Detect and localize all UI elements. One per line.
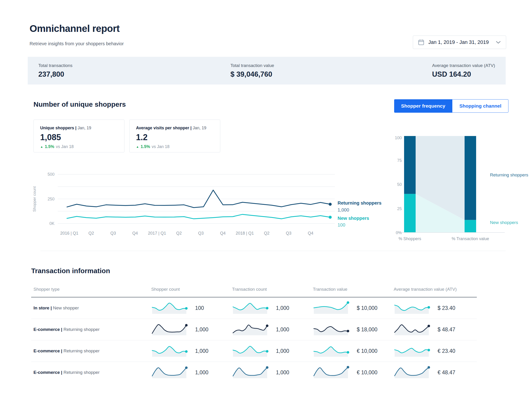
metric-cell: 1,000	[149, 322, 230, 337]
table-header-row: Shopper type Shopper count Transaction c…	[31, 287, 477, 298]
tab-shopping-channel[interactable]: Shopping channel	[452, 99, 508, 113]
metric-cell: 1,000	[149, 344, 230, 358]
col-header-transaction-value: Transaction value	[310, 287, 391, 292]
sparkline	[151, 344, 190, 358]
metric-value: 1,000	[276, 369, 289, 376]
sparkline	[313, 365, 352, 380]
calendar-icon	[418, 39, 424, 45]
sparkline	[394, 365, 433, 380]
svg-text:Q4: Q4	[220, 231, 226, 235]
svg-text:0K: 0K	[49, 221, 55, 226]
svg-text:2016 | Q1: 2016 | Q1	[60, 231, 78, 235]
metric-value: $ 23.40	[437, 305, 455, 311]
svg-text:25: 25	[397, 206, 402, 211]
section-title-transaction-information: Transaction information	[31, 267, 110, 275]
metric-value: 1,000	[276, 305, 289, 311]
col-header-shopper-type: Shopper type	[31, 287, 149, 292]
metric-cell: 100	[149, 301, 230, 315]
svg-text:Q2: Q2	[89, 231, 94, 235]
card-delta: ▲ 1.5% vs Jan 18	[136, 144, 214, 149]
shopper-subtype: Returning shopper	[62, 327, 100, 332]
svg-text:100: 100	[395, 136, 402, 140]
delta-percent: 1.5%	[141, 144, 150, 149]
shopper-type: E-commerce |	[33, 348, 62, 353]
stat-value: $ 39,046,760	[230, 70, 274, 78]
date-range-picker[interactable]: Jan 1, 2019 - Jan 31, 2019	[413, 36, 506, 49]
shopper-type-cell: E-commerce | Returning shopper	[31, 348, 149, 354]
legend-new-value: 100	[338, 222, 345, 228]
col-header-transaction-count: Transaction count	[230, 287, 310, 292]
sparkline	[313, 301, 352, 315]
sparkline	[232, 365, 271, 380]
tab-shopper-frequency[interactable]: Shopper frequency	[394, 99, 452, 113]
shopper-type: In store |	[33, 305, 52, 310]
sparkline	[394, 344, 433, 358]
card-delta: ▲ 1.5% vs Jan 18	[40, 144, 118, 149]
svg-text:Q2: Q2	[264, 231, 269, 235]
sparkline	[151, 322, 190, 337]
metric-cell: $ 10,000	[310, 301, 391, 315]
sparkline	[232, 344, 271, 358]
col-header-atv: Average transaction value (ATV)	[391, 287, 477, 292]
sparkline	[394, 301, 433, 315]
sparkline	[313, 322, 352, 337]
card-title-period: Jan, 19	[191, 126, 206, 130]
sparkline	[151, 301, 190, 315]
sparkline	[232, 301, 271, 315]
kpi-stats-bar: Total transactions 237,800 Total transac…	[28, 57, 506, 84]
page-subtitle: Retrieve insights from your shoppers beh…	[30, 41, 124, 46]
metric-cell: 1,000	[230, 322, 310, 337]
stat-value: USD 164.20	[432, 70, 495, 78]
table-body: In store | New shopper 1001,000$ 10,000$…	[31, 298, 477, 383]
card-title-period: Jan, 19	[76, 126, 91, 130]
metric-cell: € 10,000	[310, 365, 391, 380]
svg-text:2018 | Q1: 2018 | Q1	[236, 231, 254, 235]
metric-cell: 1,000	[230, 344, 310, 358]
legend-new-shoppers: New shoppers	[338, 216, 369, 221]
delta-up-icon: ▲	[40, 145, 43, 148]
stat-total-transactions: Total transactions 237,800	[38, 63, 72, 78]
svg-text:500: 500	[48, 172, 55, 177]
sparkline	[232, 322, 271, 337]
metric-value: $ 18,000	[357, 327, 378, 333]
metric-value: 100	[195, 305, 204, 311]
svg-text:% Shoppers: % Shoppers	[399, 236, 421, 241]
svg-text:75: 75	[397, 158, 402, 163]
svg-text:0%: 0%	[396, 230, 402, 235]
svg-text:% Transaction value: % Transaction value	[452, 236, 489, 241]
metric-value: $ 10,000	[357, 305, 378, 311]
card-value: 1.2	[136, 133, 214, 142]
sparkline	[151, 365, 190, 380]
table-row: E-commerce | Returning shopper 1,0001,00…	[31, 361, 477, 383]
shopper-type-cell: E-commerce | Returning shopper	[31, 370, 149, 375]
svg-text:Q4: Q4	[132, 231, 138, 235]
section-divider	[40, 251, 506, 251]
metric-value: $ 48.47	[437, 327, 455, 333]
metric-cell: $ 23.40	[391, 301, 477, 315]
svg-text:Q3: Q3	[198, 231, 204, 235]
omnichannel-report-page: Omnichannel report Retrieve insights fro…	[0, 0, 532, 399]
metric-cell: 1,000	[149, 365, 230, 380]
stat-total-transaction-value: Total transaction value $ 39,046,760	[230, 63, 274, 78]
shopper-type: E-commerce |	[33, 327, 62, 332]
card-average-visits: Average visits per shopper | Jan, 19 1.2…	[129, 120, 220, 152]
section-title-unique-shoppers: Number of unique shoppers	[33, 101, 126, 108]
metric-cell: € 23.40	[391, 344, 477, 358]
metric-value: 1,000	[195, 369, 209, 376]
shopper-type: E-commerce |	[33, 370, 62, 375]
stacked-bar-label-new: New shoppers	[490, 219, 532, 226]
card-title-main: Unique shoppers |	[40, 126, 76, 130]
metric-value: € 48.47	[437, 369, 455, 376]
metric-value: € 10,000	[357, 369, 378, 376]
delta-up-icon: ▲	[136, 145, 139, 148]
card-title: Unique shoppers | Jan, 19	[40, 126, 118, 130]
shopper-subtype: New shopper	[52, 305, 79, 310]
delta-note: vs Jan 18	[152, 144, 170, 149]
metric-value: € 23.40	[437, 348, 455, 354]
stat-value: 237,800	[38, 70, 72, 78]
metric-value: 1,000	[195, 348, 209, 354]
chevron-down-icon	[496, 41, 501, 44]
svg-text:Q4: Q4	[308, 231, 313, 235]
metric-value: 1,000	[276, 348, 289, 354]
metric-cell: $ 18,000	[310, 322, 391, 337]
